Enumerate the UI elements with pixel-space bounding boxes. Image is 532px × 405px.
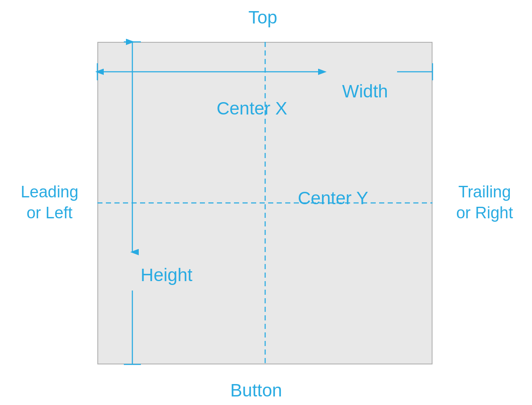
label-centerx: Center X [205,98,299,119]
label-height: Height [124,265,209,285]
trailing-text: Trailing or Right [441,182,528,224]
label-width: Width [333,81,397,102]
label-leading: Leading or Left [6,182,93,224]
leading-text: Leading or Left [6,182,93,224]
label-top: Top [243,7,283,28]
label-button: Button [213,380,299,401]
label-trailing: Trailing or Right [441,182,528,224]
label-centery: Center Y [286,188,380,208]
diagram-container: Top Leading or Left Trailing or Right Wi… [0,0,532,405]
